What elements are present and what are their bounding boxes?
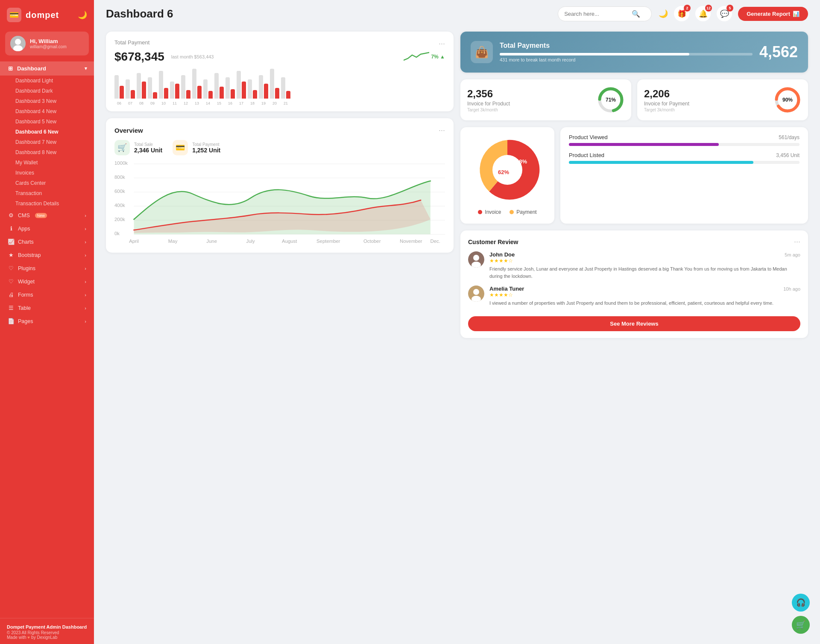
search-input[interactable] (564, 11, 628, 17)
pie-product-row: 62% 38% Invoice Payment (460, 127, 808, 224)
sidebar-sub-wallet[interactable]: My Wallet (0, 157, 94, 168)
reviewer-avatar-amelia (468, 286, 484, 302)
customer-review-card: Customer Review ··· John Doe 5m ago ★★★★… (460, 230, 808, 338)
headset-fab[interactable]: 🎧 (792, 594, 810, 612)
pages-icon: 📄 (8, 318, 15, 324)
blue-total-payments-card: 👜 Total Payments 431 more to break last … (460, 32, 808, 73)
sidebar-item-widget[interactable]: ♡ Widget › (0, 275, 94, 288)
search-box[interactable]: 🔍 (558, 6, 652, 21)
sidebar-item-dashboard[interactable]: ⊞ Dashboard ▾ (0, 61, 94, 76)
main-container: Dashboard 6 🔍 🌙 🎁 2 🔔 12 💬 5 Generate Re… (94, 0, 820, 644)
review-item-2: Amelia Tuner 10h ago ★★★★☆ I viewed a nu… (468, 286, 800, 307)
overview-card: Overview ··· 🛒 Total Sale 2,346 Unit 💳 (106, 118, 454, 253)
reviewer-info-john: John Doe 5m ago ★★★★☆ Friendly service J… (489, 251, 800, 280)
sidebar-footer: Dompet Payment Admin Dashboard © 2023 Al… (0, 618, 94, 644)
svg-text:October: October (363, 239, 381, 244)
sidebar-sub-dashboard-4[interactable]: Dashboard 4 New (0, 106, 94, 117)
sidebar-item-plugins[interactable]: ♡ Plugins › (0, 262, 94, 275)
gift-button[interactable]: 🎁 2 (674, 6, 689, 21)
cart-fab[interactable]: 🛒 (792, 616, 810, 634)
fab-container: 🎧 🛒 (792, 594, 810, 634)
sidebar-sub-dashboard-3[interactable]: Dashboard 3 New (0, 96, 94, 106)
hamburger-icon[interactable]: 🌙 (78, 10, 87, 20)
review-more[interactable]: ··· (794, 237, 800, 246)
sidebar-sub-dashboard-8[interactable]: Dashboard 8 New (0, 147, 94, 157)
chevron-right-icon: › (85, 292, 86, 297)
total-sale-stat: 🛒 Total Sale 2,346 Unit (114, 140, 162, 155)
dark-mode-toggle[interactable]: 🌙 (659, 9, 668, 18)
product-stats-card: Product Viewed 561/days Product Listed 3… (560, 127, 808, 224)
pie-legend: Invoice Payment (478, 209, 536, 215)
sidebar-sub-cards-center[interactable]: Cards Center (0, 178, 94, 188)
sidebar-sub-invoices[interactable]: Invoices (0, 168, 94, 178)
chat-button[interactable]: 💬 5 (717, 6, 732, 21)
sidebar-logo: 💳 dompet 🌙 (0, 0, 94, 30)
see-more-reviews-button[interactable]: See More Reviews (468, 316, 800, 331)
sidebar-user: Hi, William william@gmail.com (5, 32, 89, 55)
total-payment-more[interactable]: ··· (439, 39, 445, 48)
total-payment-header: Total Payment ··· (114, 39, 445, 48)
invoice-legend: Invoice (478, 209, 501, 215)
sidebar-item-charts[interactable]: 📈 Charts › (0, 235, 94, 248)
sidebar-sub-dashboard-5[interactable]: Dashboard 5 New (0, 117, 94, 127)
overview-stats: 🛒 Total Sale 2,346 Unit 💳 Total Payment … (114, 140, 445, 155)
svg-text:0k: 0k (114, 231, 120, 236)
svg-text:April: April (129, 239, 139, 244)
payment-legend: Payment (510, 209, 536, 215)
svg-text:400k: 400k (114, 203, 125, 208)
chevron-right-icon: › (85, 266, 86, 271)
area-chart: 1000k 800k 600k 400k 200k 0k (114, 160, 445, 245)
sidebar-item-forms[interactable]: 🖨 Forms › (0, 288, 94, 301)
invoice-product-card: 2,356 Invoice for Product Target 3k/mont… (460, 79, 631, 120)
gift-badge: 2 (684, 5, 691, 12)
overview-more[interactable]: ··· (439, 126, 445, 135)
review-header: Customer Review ··· (468, 237, 800, 246)
sidebar-sub-transaction[interactable]: Transaction (0, 188, 94, 198)
reviewer-avatar-john (468, 251, 484, 268)
total-payment-stat: 💳 Total Payment 1,252 Unit (173, 140, 220, 155)
sidebar-item-table[interactable]: ☰ Table › (0, 301, 94, 315)
left-column: Total Payment ··· $678,345 last month $5… (106, 32, 454, 484)
product-viewed-row: Product Viewed 561/days (569, 134, 800, 146)
bar-chart-area: 06 07 08 09 10 11 12 13 14 15 16 17 18 1… (114, 70, 445, 104)
svg-text:600k: 600k (114, 189, 125, 194)
review-item: John Doe 5m ago ★★★★☆ Friendly service J… (468, 251, 800, 280)
sidebar-item-cms[interactable]: ⚙ CMS New › (0, 209, 94, 222)
svg-text:June: June (206, 239, 217, 244)
chevron-right-icon: › (85, 306, 86, 311)
notification-button[interactable]: 🔔 12 (695, 6, 711, 21)
apps-icon: ℹ (8, 225, 15, 232)
sidebar-sub-transaction-details[interactable]: Transaction Details (0, 198, 94, 209)
invoice-payment-card: 2,206 Invoice for Payment Target 3k/mont… (637, 79, 808, 120)
product-listed-row: Product Listed 3,456 Unit (569, 152, 800, 164)
sidebar-sub-dashboard-light[interactable]: Dashboard Light (0, 76, 94, 86)
chat-badge: 5 (726, 5, 733, 12)
page-title: Dashboard 6 (106, 7, 551, 20)
notification-badge: 12 (705, 5, 712, 12)
total-payment-card: Total Payment ··· $678,345 last month $5… (106, 32, 454, 111)
logo-text: dompet (26, 10, 59, 20)
chevron-right-icon: › (85, 213, 86, 218)
sidebar-sub-dashboard-dark[interactable]: Dashboard Dark (0, 86, 94, 96)
svg-text:August: August (282, 239, 297, 244)
chevron-right-icon: › (85, 226, 86, 231)
review-stars-amelia: ★★★★☆ (489, 292, 800, 298)
svg-point-1 (15, 39, 21, 45)
sidebar: 💳 dompet 🌙 Hi, William william@gmail.com… (0, 0, 94, 644)
sidebar-item-pages[interactable]: 📄 Pages › (0, 315, 94, 328)
svg-text:200k: 200k (114, 217, 125, 222)
sidebar-item-bootstrap[interactable]: ★ Bootstrap › (0, 248, 94, 262)
logo-icon: 💳 (7, 8, 21, 22)
sidebar-sub-dashboard-6[interactable]: Dashboard 6 New (0, 127, 94, 137)
svg-text:November: November (400, 239, 422, 244)
generate-report-button[interactable]: Generate Report 📊 (738, 7, 808, 21)
total-payment-title: Total Payment (114, 39, 149, 46)
pie-chart-svg: 62% 38% (473, 136, 542, 204)
sidebar-navigation: ⊞ Dashboard ▾ Dashboard Light Dashboard … (0, 61, 94, 615)
svg-text:July: July (246, 239, 255, 244)
sidebar-sub-dashboard-7[interactable]: Dashboard 7 New (0, 137, 94, 147)
chevron-right-icon: › (85, 279, 86, 284)
username: Hi, William (30, 38, 67, 44)
sidebar-item-apps[interactable]: ℹ Apps › (0, 222, 94, 235)
blue-card-progress (500, 53, 753, 55)
